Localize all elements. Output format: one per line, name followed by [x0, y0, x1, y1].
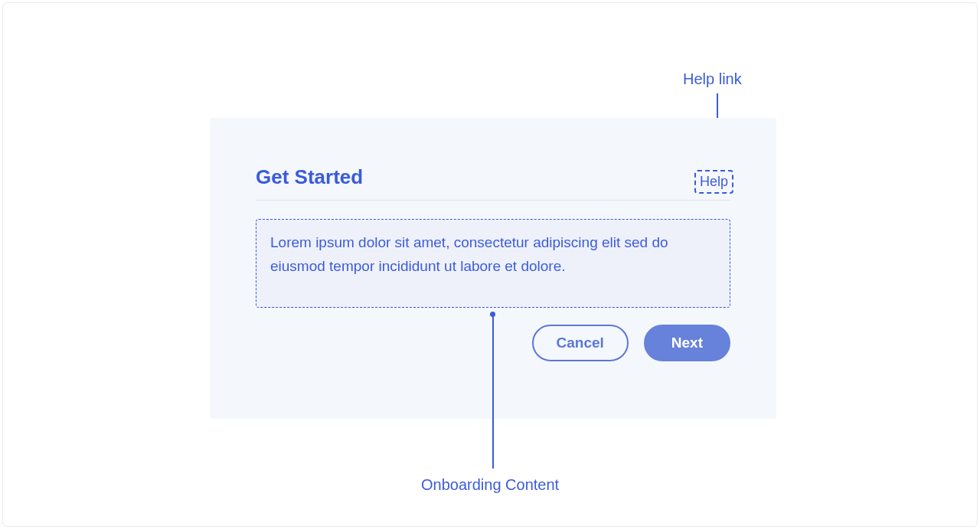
dialog-header: Get Started — [256, 165, 730, 201]
cancel-button[interactable]: Cancel — [532, 325, 629, 361]
dialog-title: Get Started — [256, 165, 363, 189]
onboarding-content-region: Lorem ipsum dolor sit amet, consectetur … — [256, 219, 730, 308]
annotation-dot-content — [490, 312, 495, 317]
annotation-help-link: Help link — [683, 70, 742, 88]
annotation-line-content — [492, 315, 494, 469]
next-button[interactable]: Next — [644, 325, 730, 361]
onboarding-body-text: Lorem ipsum dolor sit amet, consectetur … — [270, 230, 716, 279]
help-link[interactable]: Help — [694, 170, 733, 194]
canvas-frame: Help link Get Started Help Lorem ipsum d… — [2, 2, 978, 527]
annotation-onboarding-content: Onboarding Content — [421, 476, 559, 494]
